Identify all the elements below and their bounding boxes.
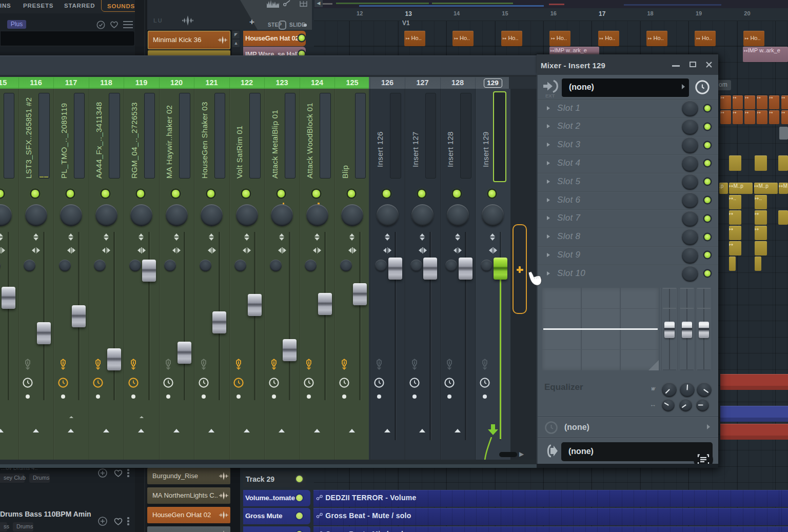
svg-text:EXT: EXT (545, 93, 555, 98)
